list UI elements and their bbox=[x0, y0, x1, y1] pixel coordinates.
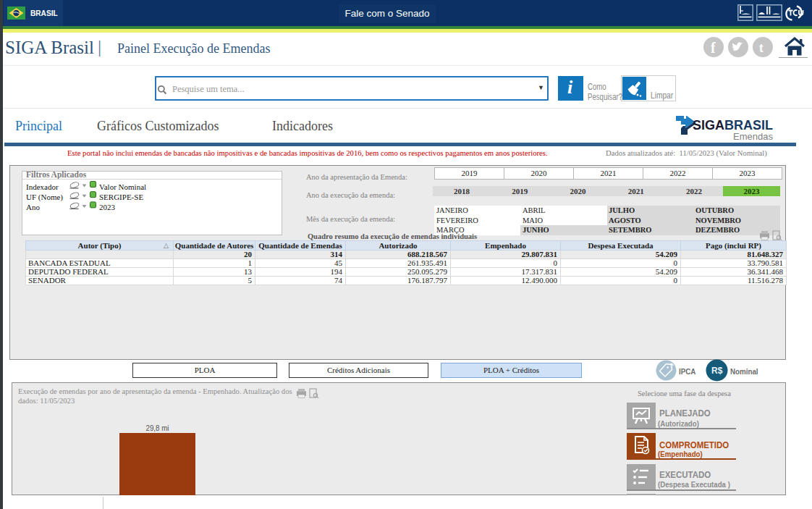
svg-text:t: t bbox=[759, 41, 764, 55]
svg-text:R$: R$ bbox=[711, 366, 723, 376]
svg-text:f: f bbox=[711, 40, 716, 56]
